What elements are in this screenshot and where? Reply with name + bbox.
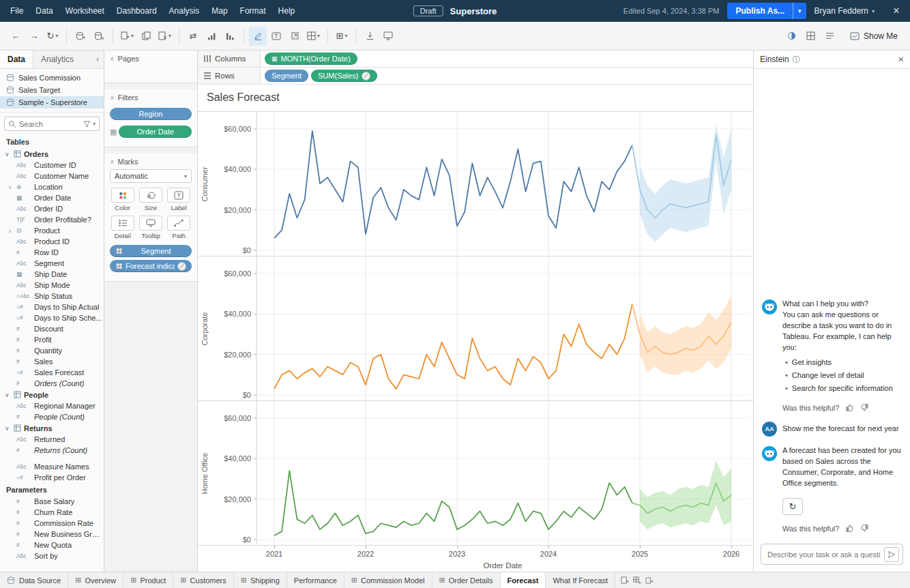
swap-rows-columns-button[interactable]: ⇄ — [184, 27, 202, 46]
thumbs-down-icon[interactable] — [860, 403, 869, 412]
collapse-icon[interactable]: ∧ — [110, 158, 115, 165]
field-order-id[interactable]: AbcOrder ID — [0, 203, 104, 214]
plot-corporate[interactable]: $0$20,000$40,000$60,000 — [211, 256, 753, 400]
menu-file[interactable]: File — [4, 0, 29, 22]
collapse-pane-icon[interactable]: ‹ — [91, 55, 104, 64]
sheet-tab-performance[interactable]: Performance — [287, 572, 344, 588]
field-customer-id[interactable]: AbcCustomer ID — [0, 160, 104, 171]
rows-shelf[interactable]: Rows SegmentSUM(Sales) — [198, 68, 753, 85]
mark-pill-segment[interactable]: Segment — [110, 245, 192, 257]
field-discount[interactable]: #Discount — [0, 323, 104, 334]
show-grid-button[interactable] — [802, 27, 820, 46]
field-row-id[interactable]: #Row ID — [0, 247, 104, 258]
info-icon[interactable]: ⓘ — [793, 55, 800, 65]
field-customer-name[interactable]: AbcCustomer Name — [0, 171, 104, 181]
download-button[interactable] — [361, 27, 379, 46]
chevron-down-icon[interactable]: ▾ — [93, 121, 96, 127]
field-new-quota[interactable]: #New Quota — [0, 540, 104, 550]
field-order-date[interactable]: ▦Order Date — [0, 192, 104, 203]
search-input[interactable] — [19, 120, 80, 128]
mark-type-dropdown[interactable]: Automatic ▾ — [110, 169, 192, 183]
data-source-sample-superstore[interactable]: Sample - Superstore — [0, 96, 104, 108]
expand-caret-icon[interactable]: › — [9, 227, 11, 235]
marks-tooltip-button[interactable]: Tooltip — [138, 216, 163, 239]
field-sales[interactable]: #Sales — [0, 356, 104, 367]
plot-home-office[interactable]: $0$20,000$40,000$60,000 — [211, 401, 753, 545]
window-close-button[interactable]: × — [883, 0, 910, 22]
close-panel-icon[interactable]: × — [898, 54, 904, 65]
shelf-pill-month-order-date[interactable]: ▦MONTH(Order Date) — [265, 53, 357, 65]
sheet-tab-what-if-forecast[interactable]: What If Forecast — [546, 572, 615, 588]
filter-pill-order-date[interactable]: Order Date — [119, 126, 192, 138]
expand-caret-icon[interactable]: › — [9, 183, 11, 191]
marks-label-button[interactable]: TLabel — [166, 188, 192, 211]
menu-map[interactable]: Map — [205, 0, 233, 22]
field-returned[interactable]: AbcReturned — [0, 434, 104, 445]
table-orders[interactable]: ∨Orders — [0, 148, 104, 160]
tree-open-icon[interactable]: ∨ — [5, 151, 11, 158]
tab-analytics[interactable]: Analytics — [33, 50, 81, 68]
field-segment[interactable]: AbcSegment — [0, 258, 104, 269]
marks-path-button[interactable]: Path — [166, 216, 192, 239]
tree-open-icon[interactable]: ∨ — [5, 392, 11, 398]
einstein-input[interactable] — [767, 550, 880, 559]
new-data-source-button[interactable] — [72, 27, 89, 46]
presentation-mode-button[interactable] — [379, 27, 397, 46]
field-base-salary[interactable]: #Base Salary — [0, 496, 104, 507]
table-people[interactable]: ∨People — [0, 389, 104, 400]
sort-ascending-button[interactable] — [203, 27, 220, 46]
field-new-business-growth[interactable]: #New Business Growth — [0, 529, 104, 540]
tab-data[interactable]: Data — [0, 50, 33, 68]
field-commission-rate[interactable]: #Commission Rate — [0, 518, 104, 529]
filters-card[interactable]: ∧Filters Region▦Order Date — [104, 89, 197, 147]
data-source-sales-commission[interactable]: Sales Commission — [0, 72, 104, 84]
field-people-count[interactable]: #People (Count) — [0, 411, 104, 422]
pages-card[interactable]: ∧Pages — [104, 50, 197, 83]
refresh-button[interactable]: ↻▾ — [44, 27, 61, 46]
table-returns[interactable]: ∨Returns — [0, 422, 104, 434]
sheet-tab-order-details[interactable]: ⊞Order Details — [432, 572, 501, 588]
field-product-id[interactable]: AbcProduct ID — [0, 236, 104, 247]
menu-worksheet[interactable]: Worksheet — [59, 0, 111, 22]
sort-descending-button[interactable] — [221, 27, 239, 46]
field-ship-mode[interactable]: AbcShip Mode — [0, 280, 104, 291]
field-quantity[interactable]: #Quantity — [0, 345, 104, 356]
field-returns-count[interactable]: #Returns (Count) — [0, 445, 104, 456]
mark-pill-forecast-indicator[interactable]: Forecast indicator — [110, 260, 192, 272]
plot-consumer[interactable]: $0$20,000$40,000$60,000 — [211, 112, 753, 256]
filter-funnel-icon[interactable] — [83, 121, 91, 128]
format-palette-button[interactable] — [783, 27, 801, 46]
undo-button[interactable]: ← — [7, 27, 25, 46]
shelf-pill-sum-sales[interactable]: SUM(Sales) — [311, 70, 377, 82]
field-ship-status[interactable]: =AbcShip Status — [0, 291, 104, 302]
sheet-tab-shipping[interactable]: ⊞Shipping — [234, 572, 287, 588]
marks-card[interactable]: ∧Marks Automatic ▾ ColorSizeTLabelDetail… — [104, 153, 197, 282]
field-order-profitable[interactable]: T|FOrder Profitable? — [0, 214, 104, 225]
show-me-button[interactable]: Show Me — [845, 29, 903, 44]
data-source-sales-target[interactable]: Sales Target — [0, 84, 104, 96]
tree-open-icon[interactable]: ∨ — [5, 425, 11, 432]
publish-dropdown-button[interactable]: ▾ — [793, 3, 806, 19]
pause-auto-updates-button[interactable] — [90, 27, 108, 46]
show-list-button[interactable] — [821, 27, 839, 46]
field-sales-forecast[interactable]: =#Sales Forecast — [0, 367, 104, 378]
thumbs-up-icon[interactable] — [845, 403, 854, 412]
new-worksheet-button[interactable]: ▾ — [118, 27, 136, 46]
menu-format[interactable]: Format — [234, 0, 272, 22]
new-worksheet-button[interactable] — [621, 576, 629, 585]
menu-data[interactable]: Data — [29, 0, 59, 22]
marks-size-button[interactable]: Size — [138, 188, 163, 211]
shelf-pill-segment[interactable]: Segment — [265, 70, 308, 82]
field-regional-manager[interactable]: AbcRegional Manager — [0, 400, 104, 411]
field-measure-names[interactable]: AbcMeasure Names — [0, 461, 104, 472]
redo-button[interactable]: → — [25, 27, 43, 46]
user-menu[interactable]: Bryan Feddern▾ — [814, 6, 875, 16]
sheet-tab-commission-model[interactable]: ⊞Commission Model — [344, 572, 432, 588]
collapse-icon[interactable]: ∧ — [110, 55, 115, 62]
clear-sheet-button[interactable]: ▾ — [156, 27, 174, 46]
publish-button[interactable]: Publish As... — [727, 3, 793, 19]
field-churn-rate[interactable]: #Churn Rate — [0, 507, 104, 518]
show-totals-button[interactable]: ⊞▾ — [333, 27, 351, 46]
marks-detail-button[interactable]: Detail — [110, 216, 135, 239]
send-button[interactable] — [884, 547, 899, 562]
